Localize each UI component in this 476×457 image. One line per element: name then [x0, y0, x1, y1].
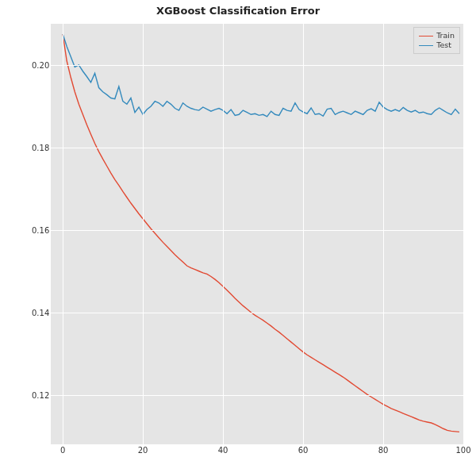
legend-swatch-train [419, 36, 433, 36]
legend-entry-test: Test [419, 40, 455, 50]
x-tick-label: 80 [378, 446, 389, 455]
y-tick-label: 0.16 [32, 225, 48, 234]
x-tick-label: 40 [218, 446, 228, 455]
legend-swatch-test [419, 45, 433, 46]
grid-line-h [51, 313, 463, 313]
y-tick-label: 0.14 [32, 308, 48, 317]
train-line [63, 34, 459, 432]
y-tick-label: 0.12 [32, 390, 48, 399]
grid-line-v [63, 24, 63, 444]
grid-line-h [51, 148, 463, 148]
grid-line-v [143, 24, 144, 444]
chart-figure: XGBoost Classification Error Classificat… [0, 0, 476, 457]
line-canvas [51, 24, 463, 444]
chart-title: XGBoost Classification Error [0, 5, 476, 17]
test-line [63, 34, 459, 117]
grid-line-v [223, 24, 224, 444]
x-tick-label: 0 [60, 446, 65, 455]
legend: Train Test [413, 27, 460, 54]
x-tick-label: 20 [138, 446, 148, 455]
grid-line-h [51, 65, 463, 66]
x-tick-label: 60 [298, 446, 309, 455]
grid-line-h [51, 395, 463, 396]
x-tick-label: 100 [455, 446, 470, 455]
grid-line-h [51, 230, 463, 231]
legend-label-test: Test [436, 40, 451, 50]
grid-line-v [303, 24, 304, 444]
legend-label-train: Train [436, 31, 455, 40]
y-tick-label: 0.20 [32, 60, 48, 69]
grid-line-v [383, 24, 384, 444]
legend-entry-train: Train [419, 31, 455, 40]
grid-line-v [463, 24, 464, 444]
plot-area: Train Test [51, 24, 463, 444]
y-tick-label: 0.18 [32, 143, 48, 152]
